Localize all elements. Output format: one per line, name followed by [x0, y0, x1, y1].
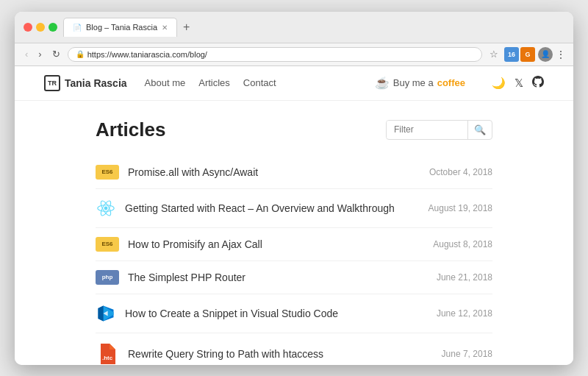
- tab-title: Blog – Tania Rascia: [86, 23, 157, 32]
- tab-favicon: 📄: [73, 24, 82, 32]
- nav-contact[interactable]: Contact: [243, 77, 276, 88]
- article-link[interactable]: Promise.all with Async/Await: [128, 166, 420, 178]
- active-tab[interactable]: 📄 Blog – Tania Rascia ✕: [63, 18, 177, 37]
- profile-button[interactable]: 👤: [538, 47, 553, 62]
- more-options-button[interactable]: ⋮: [556, 49, 566, 60]
- forward-button[interactable]: ›: [35, 47, 44, 61]
- svg-point-0: [104, 206, 108, 210]
- title-bar: 📄 Blog – Tania Rascia ✕ +: [15, 12, 573, 43]
- table-row: ES6 Promise.all with Async/Await October…: [96, 156, 492, 189]
- article-link[interactable]: Rewrite Query String to Path with htacce…: [128, 348, 433, 360]
- tab-bar: 📄 Blog – Tania Rascia ✕ +: [63, 18, 564, 37]
- refresh-button[interactable]: ↻: [49, 47, 63, 61]
- nav-bar: ‹ › ↻ 🔒 https://www.taniarascia.com/blog…: [15, 43, 573, 66]
- htaccess-icon: .htc: [96, 342, 119, 365]
- close-button[interactable]: [24, 23, 32, 32]
- browser-window: 📄 Blog – Tania Rascia ✕ + ‹ › ↻ 🔒 https:…: [15, 12, 573, 365]
- header-icons: 🌙 𝕏: [492, 76, 544, 90]
- table-row: How to Create a Snippet in Visual Studio…: [96, 294, 492, 333]
- page-content: TR Tania Rascia About me Articles Contac…: [15, 66, 573, 365]
- php-icon: php: [96, 270, 119, 285]
- main-content: Articles 🔍 ES6 Promise.all with Async/Aw…: [37, 101, 551, 365]
- extension-icon-1[interactable]: 16: [504, 47, 519, 62]
- nav-about[interactable]: About me: [145, 77, 186, 88]
- article-date: June 12, 2018: [437, 308, 492, 319]
- articles-title: Articles: [96, 118, 165, 141]
- tab-close-button[interactable]: ✕: [162, 24, 168, 32]
- dark-mode-button[interactable]: 🌙: [492, 77, 506, 90]
- filter-input[interactable]: [387, 121, 467, 138]
- extension-icon-2[interactable]: G: [520, 47, 535, 62]
- site-header: TR Tania Rascia About me Articles Contac…: [15, 66, 573, 101]
- coffee-text-coffee: coffee: [437, 77, 465, 88]
- es6-tag: ES6: [96, 237, 119, 252]
- vscode-icon: [96, 303, 116, 324]
- table-row: php The Simplest PHP Router June 21, 201…: [96, 261, 492, 294]
- article-date: June 21, 2018: [437, 272, 492, 283]
- article-link[interactable]: The Simplest PHP Router: [128, 272, 428, 283]
- react-icon: [96, 198, 116, 219]
- article-list: ES6 Promise.all with Async/Await October…: [96, 156, 492, 365]
- traffic-lights: [24, 23, 57, 32]
- maximize-button[interactable]: [49, 23, 57, 32]
- article-date: June 7, 2018: [442, 349, 492, 359]
- svg-text:.htc: .htc: [102, 355, 113, 361]
- articles-header: Articles 🔍: [96, 118, 492, 141]
- site-logo-text: Tania Rascia: [65, 77, 127, 89]
- site-logo[interactable]: TR Tania Rascia: [44, 75, 127, 91]
- nav-articles[interactable]: Articles: [198, 77, 230, 88]
- article-link[interactable]: How to Promisify an Ajax Call: [128, 238, 424, 250]
- article-date: August 19, 2018: [429, 203, 492, 213]
- article-link[interactable]: Getting Started with React – An Overview…: [125, 202, 420, 214]
- logo-icon: TR: [44, 75, 60, 91]
- es6-tag: ES6: [96, 165, 119, 180]
- back-button[interactable]: ‹: [22, 47, 31, 61]
- article-link[interactable]: How to Create a Snippet in Visual Studio…: [125, 308, 428, 319]
- coffee-cup-icon: ☕: [375, 76, 390, 90]
- site-nav: About me Articles Contact: [145, 77, 276, 88]
- buy-coffee-button[interactable]: ☕ Buy me a coffee: [375, 76, 465, 90]
- address-bar[interactable]: 🔒 https://www.taniarascia.com/blog/: [68, 47, 482, 62]
- table-row: Getting Started with React – An Overview…: [96, 189, 492, 228]
- nav-actions: ☆ 16 G 👤 ⋮: [487, 47, 566, 62]
- table-row: ES6 How to Promisify an Ajax Call August…: [96, 228, 492, 261]
- url-text: https://www.taniarascia.com/blog/: [87, 50, 207, 59]
- coffee-text-buy: Buy me a: [393, 77, 434, 88]
- article-date: October 4, 2018: [429, 167, 492, 177]
- minimize-button[interactable]: [36, 23, 45, 32]
- article-date: August 8, 2018: [433, 239, 492, 249]
- filter-search-button[interactable]: 🔍: [467, 121, 492, 139]
- bookmark-button[interactable]: ☆: [487, 47, 501, 61]
- twitter-button[interactable]: 𝕏: [514, 77, 523, 90]
- extension-icons: 16 G: [504, 47, 535, 62]
- lock-icon: 🔒: [76, 50, 85, 58]
- table-row: .htc Rewrite Query String to Path with h…: [96, 333, 492, 365]
- github-button[interactable]: [532, 76, 544, 90]
- filter-container: 🔍: [386, 120, 492, 140]
- new-tab-button[interactable]: +: [180, 21, 193, 34]
